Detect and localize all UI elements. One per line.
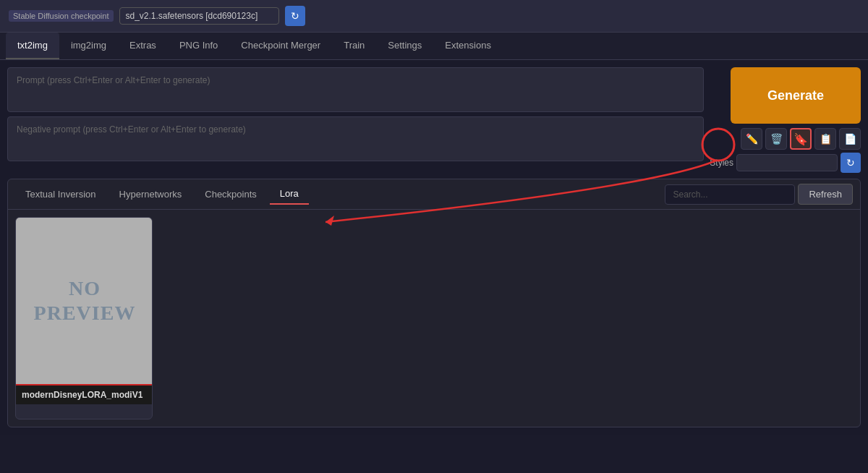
styles-select[interactable] [736,154,838,171]
no-preview-text: NOPREVIEW [34,276,136,325]
checkpoint-bar: Stable Diffusion checkpoint sd_v2.1.safe… [0,0,868,33]
lora-grid: NOPREVIEW modernDisneyLORA_modiV1 [8,210,860,427]
edit-style-button[interactable]: ✏️ [741,128,762,150]
prompt-input[interactable] [7,67,704,112]
tab-train[interactable]: Train [332,33,376,59]
sub-tabs-bar: Textual Inversion Hypernetworks Checkpoi… [8,179,860,210]
style-toolbar: ✏️ 🗑️ 🔖 📋 📄 Styles ↻ [710,128,861,173]
lora-name-bar: modernDisneyLORA_modiV1 [16,384,152,404]
sub-tab-textual-inversion[interactable]: Textual Inversion [15,184,106,204]
save-style-button[interactable]: 🔖 [790,128,812,150]
lora-preview-image: NOPREVIEW [16,218,153,384]
prompt-row: Generate ✏️ 🗑️ 🔖 📋 📄 Styles ↻ [7,67,861,173]
tab-png-info[interactable]: PNG Info [168,33,229,59]
checkpoint-label: Stable Diffusion checkpoint [9,10,114,22]
prompt-area [7,67,704,161]
sub-tab-hypernetworks[interactable]: Hypernetworks [109,184,192,204]
sub-tab-lora[interactable]: Lora [270,184,309,205]
tab-checkpoint-merger[interactable]: Checkpoint Merger [229,33,332,59]
styles-refresh-button[interactable]: ↻ [841,153,861,173]
sub-tab-checkpoints[interactable]: Checkpoints [195,184,267,204]
tab-settings[interactable]: Settings [376,33,433,59]
negative-prompt-input[interactable] [7,116,704,161]
main-tabs: txt2img img2img Extras PNG Info Checkpoi… [0,33,868,60]
checkpoint-refresh-button[interactable]: ↻ [285,6,305,26]
paste-style-button[interactable]: 📄 [839,128,861,150]
style-icons-row: ✏️ 🗑️ 🔖 📋 📄 [741,128,861,150]
generate-button[interactable]: Generate [731,67,861,124]
refresh-button[interactable]: Refresh [798,184,853,205]
tab-img2img[interactable]: img2img [59,33,118,59]
tab-extensions[interactable]: Extensions [433,33,503,59]
search-input[interactable] [665,184,795,205]
generate-area: Generate ✏️ 🗑️ 🔖 📋 📄 Styles ↻ [710,67,861,173]
styles-label: Styles [710,158,733,168]
tab-txt2img[interactable]: txt2img [6,33,59,59]
copy-style-button[interactable]: 📋 [814,128,836,150]
delete-style-button[interactable]: 🗑️ [765,128,787,150]
lora-name: modernDisneyLORA_modiV1 [22,390,146,400]
checkpoint-select[interactable]: sd_v2.1.safetensors [dcd690123c] [119,7,279,25]
sub-tabs-container: Textual Inversion Hypernetworks Checkpoi… [7,179,861,427]
main-content: Generate ✏️ 🗑️ 🔖 📋 📄 Styles ↻ [0,60,868,435]
lora-card[interactable]: NOPREVIEW modernDisneyLORA_modiV1 [15,217,153,419]
styles-row: Styles ↻ [710,153,861,173]
tab-extras[interactable]: Extras [118,33,168,59]
